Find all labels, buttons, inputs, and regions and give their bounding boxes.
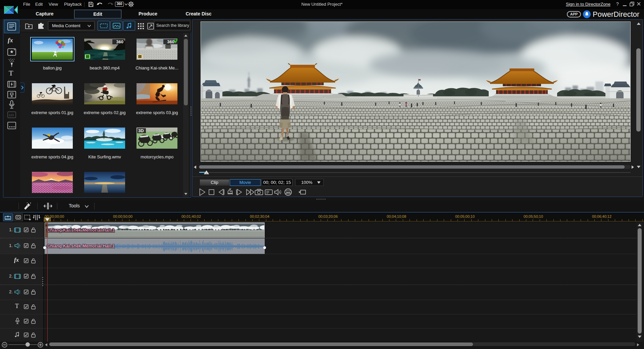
svg-text:3D: 3D: [138, 128, 144, 133]
svg-text:360: 360: [286, 191, 290, 194]
svg-text:123: 123: [9, 113, 14, 117]
svg-text:360: 360: [167, 39, 174, 44]
svg-text:360: 360: [116, 39, 123, 44]
